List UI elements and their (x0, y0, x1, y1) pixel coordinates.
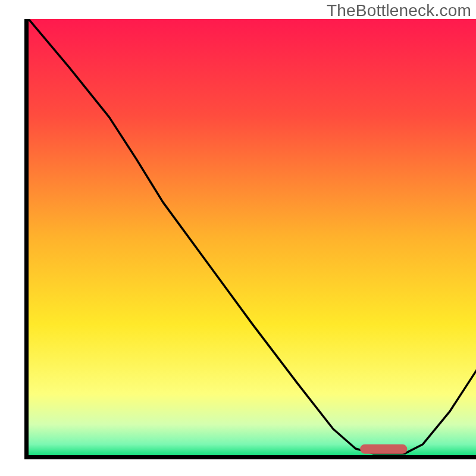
plot-area (24, 19, 476, 459)
chart-frame: TheBottleneck.com (0, 0, 476, 476)
optimal-range-marker (360, 444, 407, 454)
chart-svg (29, 19, 476, 455)
gradient-background (29, 19, 476, 455)
watermark-text: TheBottleneck.com (327, 1, 471, 20)
